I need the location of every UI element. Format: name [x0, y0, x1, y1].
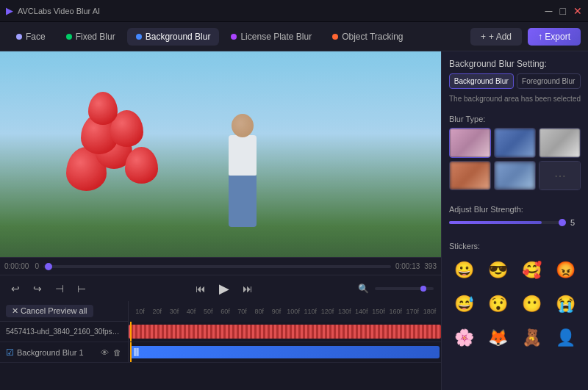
blur-thumb-3 — [539, 129, 580, 157]
ruler-mark: 130f — [336, 308, 353, 315]
sticker-2[interactable]: 🥰 — [517, 255, 548, 286]
sticker-3[interactable]: 😡 — [550, 255, 581, 286]
bg-blur-dot — [136, 34, 142, 40]
blur-type-4[interactable] — [449, 161, 491, 191]
app-icon: ▶ — [6, 5, 13, 16]
export-button[interactable]: ↑ Export — [528, 28, 581, 46]
track-visible-button[interactable]: 👁 — [100, 347, 110, 358]
redo-button[interactable]: ↪ — [29, 281, 46, 297]
skip-back-button[interactable]: ⏮ — [192, 281, 209, 297]
blur-track-checkbox[interactable]: ☑ — [6, 347, 14, 358]
ruler-mark: 180f — [421, 308, 438, 315]
video-clip — [129, 325, 441, 339]
undo-button[interactable]: ↩ — [7, 281, 24, 297]
strength-slider[interactable] — [449, 221, 564, 224]
fg-blur-toggle[interactable]: Foreground Blur — [517, 73, 581, 89]
ruler-area: 10f20f30f40f50f60f70f80f90f100f110f120f1… — [129, 301, 441, 322]
add-icon: + — [481, 32, 486, 42]
nav-background-blur[interactable]: Background Blur — [127, 28, 220, 46]
sticker-9[interactable]: 🦊 — [483, 322, 514, 353]
video-track-label: 5457413-uhd_3840_2160_30fps.mp4 — [0, 322, 129, 342]
export-label: ↑ Export — [538, 32, 570, 42]
nav-face-label: Face — [26, 32, 46, 42]
maximize-button[interactable]: □ — [560, 6, 566, 16]
blur-type-3[interactable] — [539, 128, 581, 158]
timeline-progress[interactable] — [43, 265, 391, 268]
strength-value: 5 — [570, 218, 581, 227]
ruler-marks: 10f20f30f40f50f60f70f80f90f100f110f120f1… — [132, 308, 438, 315]
zoom-icon: 🔍 — [358, 284, 369, 294]
strength-section: Adjust Blur Strength: 5 — [449, 205, 581, 234]
strength-thumb[interactable] — [559, 219, 566, 226]
blur-type-2[interactable] — [494, 128, 536, 158]
cancel-preview-button[interactable]: ✕ Cancel Preview all — [6, 305, 93, 317]
track-delete-button[interactable]: 🗑 — [112, 347, 122, 358]
toggle-group: Background Blur Foreground Blur — [449, 73, 581, 89]
nav-object-tracking[interactable]: Object Tracking — [323, 28, 412, 46]
stickers-section: Stickers: 😀😎🥰😡😅😯😶😭🌸🦊🧸👤 — [449, 242, 581, 353]
close-button[interactable]: ✕ — [573, 6, 582, 16]
trim-start-button[interactable]: ⊣ — [51, 281, 68, 297]
time-end: 0:00:13 — [395, 262, 420, 270]
blur-type-5[interactable] — [494, 161, 536, 191]
window-controls[interactable]: ─ □ ✕ — [545, 6, 582, 16]
play-button[interactable]: ▶ — [215, 278, 233, 299]
sticker-7[interactable]: 😭 — [550, 289, 581, 319]
sticker-8[interactable]: 🌸 — [449, 322, 480, 353]
track-header-label: ✕ Cancel Preview all — [0, 301, 129, 321]
nav-bar: Face Fixed Blur Background Blur License … — [0, 22, 588, 51]
controls-bar: ↩ ↪ ⊣ ⊢ ⏮ ▶ ⏭ 🔍 — [0, 275, 441, 301]
sticker-0[interactable]: 😀 — [449, 255, 480, 286]
sticker-11[interactable]: 👤 — [550, 322, 581, 353]
blur-types-grid: ⋯ — [449, 128, 581, 190]
blur-track-name: Background Blur 1 — [17, 348, 93, 357]
ruler-mark: 110f — [302, 308, 319, 315]
timeline-thumb[interactable] — [45, 263, 52, 270]
zoom-thumb[interactable] — [420, 286, 426, 292]
sticker-1[interactable]: 😎 — [483, 255, 514, 286]
track-icons: 👁 🗑 — [100, 347, 122, 358]
zoom-slider[interactable] — [375, 287, 434, 290]
nav-actions: + + Add ↑ Export — [470, 28, 581, 46]
sticker-4[interactable]: 😅 — [449, 289, 480, 319]
video-section: 0:00:00 0 0:00:13 393 ↩ ↪ ⊣ ⊢ ⏮ ▶ ⏭ 🔍 — [0, 51, 441, 390]
ruler-mark: 50f — [200, 308, 217, 315]
fg-blur-toggle-label: Foreground Blur — [522, 77, 575, 85]
sticker-10[interactable]: 🧸 — [517, 322, 548, 353]
right-panel: Background Blur Setting: Background Blur… — [441, 51, 588, 390]
video-track-row: 5457413-uhd_3840_2160_30fps.mp4 — [0, 322, 441, 342]
nav-license-plate-label: License Plate Blur — [240, 32, 312, 42]
blur-thumb-2 — [495, 129, 535, 157]
minimize-button[interactable]: ─ — [545, 6, 553, 16]
blur-type-section: Blur Type: ⋯ — [449, 115, 581, 198]
playhead[interactable] — [130, 322, 132, 342]
blur-thumb-1 — [450, 129, 490, 157]
blur-thumb-6: ⋯ — [539, 162, 580, 190]
stickers-grid: 😀😎🥰😡😅😯😶😭🌸🦊🧸👤 — [449, 255, 581, 353]
blur-type-label: Blur Type: — [449, 115, 581, 123]
ruler-mark: 20f — [148, 308, 165, 315]
nav-fixed-blur[interactable]: Fixed Blur — [57, 28, 124, 46]
sticker-6[interactable]: 😶 — [517, 289, 548, 319]
sticker-5[interactable]: 😯 — [483, 289, 514, 319]
app-title: AVCLabs Video Blur AI — [18, 7, 100, 15]
frame-count: 393 — [424, 262, 437, 270]
video-track-content[interactable] — [129, 322, 441, 342]
bg-blur-toggle-label: Background Blur — [454, 77, 509, 85]
main-area: 0:00:00 0 0:00:13 393 ↩ ↪ ⊣ ⊢ ⏮ ▶ ⏭ 🔍 — [0, 51, 588, 390]
ruler-mark: 100f — [285, 308, 302, 315]
bg-blur-toggle[interactable]: Background Blur — [449, 73, 514, 89]
trim-end-button[interactable]: ⊢ — [74, 281, 90, 297]
nav-license-plate[interactable]: License Plate Blur — [222, 28, 320, 46]
blur-type-1[interactable] — [449, 128, 491, 158]
timeline-bar: 0:00:00 0 0:00:13 393 — [0, 257, 441, 275]
ruler-mark: 30f — [165, 308, 182, 315]
nav-face[interactable]: Face — [7, 28, 54, 46]
blur-type-more[interactable]: ⋯ — [539, 161, 581, 191]
blur-track-label: ☑ Background Blur 1 👁 🗑 — [0, 342, 129, 362]
blur-track-content[interactable]: ▐▌ — [129, 342, 441, 362]
skip-fwd-button[interactable]: ⏭ — [239, 281, 257, 297]
add-button[interactable]: + + Add — [470, 28, 522, 46]
title-bar: ▶ AVCLabs Video Blur AI ─ □ ✕ — [0, 0, 588, 22]
blur-playhead[interactable] — [130, 342, 132, 362]
